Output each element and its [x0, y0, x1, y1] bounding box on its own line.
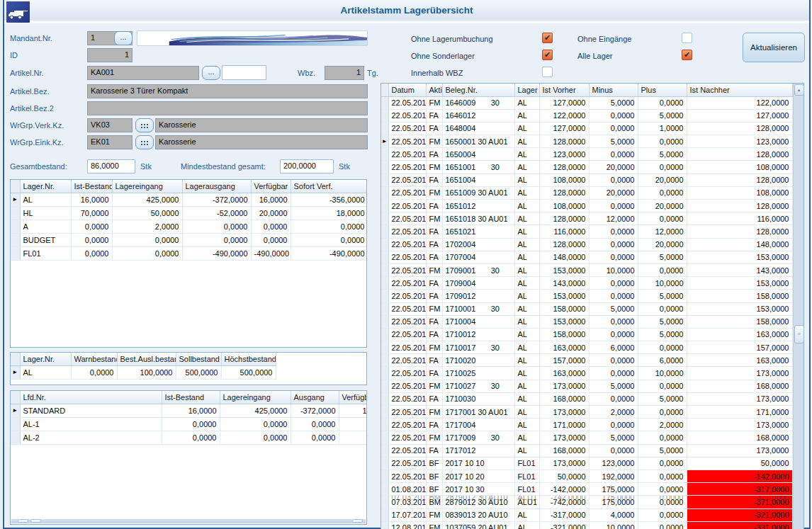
- wrgrp-verk-code-field[interactable]: VK03: [87, 118, 132, 132]
- row-selector: [381, 186, 388, 199]
- wrgrp-eink-lookup-button[interactable]: [135, 135, 154, 149]
- table-row[interactable]: 22.05.2017FM1710027 30AL173,00005,00000,…: [381, 380, 792, 392]
- table-row[interactable]: 22.05.2017FM1710017 30AL163,00006,00000,…: [381, 341, 792, 354]
- table-row[interactable]: 22.05.2017FA1648004AL127,00000,00001,000…: [381, 122, 792, 135]
- wrgrp-eink-text-field[interactable]: Karosserie: [155, 135, 368, 149]
- table-row[interactable]: 22.05.2017FM1651009 30 AU01AL128,000020,…: [381, 186, 792, 199]
- scrollbar-thumb[interactable]: =: [794, 325, 804, 343]
- app-window: Artikelstamm Lagerübersicht Mandant.Nr. …: [0, 0, 812, 529]
- wrgrp-verk-text-field[interactable]: Karosserie: [155, 118, 368, 132]
- cell: -372,0000: [182, 193, 251, 206]
- table-row[interactable]: 22.05.2017FA1646012AL122,00000,00005,000…: [381, 109, 792, 122]
- wbz-field[interactable]: 1: [325, 66, 364, 80]
- cell: 70,0000: [71, 206, 112, 220]
- cell: 5,0000: [638, 444, 687, 457]
- table-row[interactable]: ►STANDARD16,0000425,0000-372,000016,0000: [11, 404, 367, 417]
- cell: 5,0000: [638, 392, 687, 405]
- table-row[interactable]: A0,00002,00000,00000,00000,0000: [11, 220, 367, 233]
- artikelnr-field[interactable]: KA001: [87, 66, 199, 80]
- table-row[interactable]: 22.05.2017FM1651018 30 AU01AL128,000012,…: [381, 212, 792, 225]
- cell: 0,0000: [589, 200, 638, 212]
- table-row[interactable]: 22.05.2017FM1709001 30AL153,000010,00000…: [381, 263, 792, 276]
- vertical-scrollbar[interactable]: ▲ =: [793, 84, 804, 529]
- cell: 1710027 30: [442, 380, 514, 392]
- table-row[interactable]: 01.08.2017BF2017 10 30FL01-142,0000175,0…: [381, 483, 792, 496]
- row-selector: [381, 96, 388, 109]
- mandant-browse-button[interactable]: ...: [114, 31, 132, 45]
- cell: 192,0000: [589, 470, 638, 482]
- table-row[interactable]: 17.07.2018FM0839013 20 AU10AL-317,00004,…: [381, 508, 792, 521]
- row-selector: [381, 238, 388, 251]
- id-field[interactable]: 1: [87, 48, 132, 62]
- table-row[interactable]: 22.05.2017FM1651001 30AL128,000020,00000…: [381, 161, 792, 174]
- cell: 0,0000: [589, 225, 638, 238]
- bestand-limits-table: Lager.Nr.WarnbestandBest.Ausl.bestandSol…: [11, 353, 276, 380]
- table-row[interactable]: 22.05.2017FA1717012AL168,00000,00005,000…: [381, 444, 792, 457]
- cell: 1710004: [442, 315, 514, 328]
- refresh-button[interactable]: Aktualisieren: [743, 33, 805, 62]
- table-row[interactable]: 22.05.2017FM1717009 30AL173,00005,00000,…: [381, 431, 792, 444]
- cell: -317,0000: [687, 483, 792, 496]
- checkbox-ohne-lagerumbuchung[interactable]: ✔: [542, 33, 553, 43]
- cell: AL-2: [20, 431, 162, 444]
- table-row[interactable]: 22.05.2017FA1651004AL108,00000,000020,00…: [381, 174, 792, 186]
- hscroll-button[interactable]: [352, 519, 363, 523]
- table-row[interactable]: 07.03.2019BM2879012 30 AU10ALU1-742,0000…: [381, 496, 792, 508]
- checkbox-innerhalb-wbz[interactable]: [542, 67, 553, 77]
- mindestbestand-field[interactable]: 200,0000: [280, 159, 334, 174]
- cell: FA: [426, 444, 442, 457]
- wrgrp-verk-label: WrGrp.Verk.Kz.: [10, 121, 64, 130]
- artikelbez-field[interactable]: Karosserie 3 Türer Kompakt: [87, 84, 368, 98]
- table-row[interactable]: ►22.05.2017FM1650001 30 AU01AL128,00005,…: [381, 135, 792, 148]
- table-row[interactable]: 22.05.2017FA1651012AL108,00000,000020,00…: [381, 200, 792, 212]
- table-row[interactable]: BUDGET0,00000,00000,00000,00000,0000: [11, 233, 367, 246]
- checkbox-ohne-sonderlager[interactable]: ✔: [542, 50, 553, 60]
- table-row[interactable]: 22.05.2017BF2017 10 10FL01173,0000123,00…: [381, 457, 792, 470]
- row-selector: [381, 419, 388, 431]
- table-row[interactable]: 22.05.2017FA1650004AL123,00000,00005,000…: [381, 148, 792, 161]
- table-row[interactable]: 12.08.2018FM1037059 20 AU01AL-321,000010…: [381, 521, 792, 529]
- artikelnr-browse-button[interactable]: ...: [202, 66, 220, 80]
- artikelnr-search-input[interactable]: [222, 65, 266, 80]
- row-selector: [11, 220, 20, 233]
- cell: FL01: [20, 246, 71, 260]
- hscroll-button[interactable]: [18, 519, 28, 523]
- table-row[interactable]: 22.05.2017FA1651021AL116,00000,000012,00…: [381, 225, 792, 238]
- cell: 22.05.2017: [388, 315, 426, 328]
- checkbox-alle-lager[interactable]: ✔: [682, 50, 692, 60]
- cell: 0,0000: [251, 233, 291, 246]
- scroll-up-icon[interactable]: ▲: [794, 84, 804, 96]
- table-row[interactable]: 22.05.2017FA1702004AL128,00000,000020,00…: [381, 238, 792, 251]
- table-row[interactable]: ►AL0,0000100,0000500,0000500,0000: [11, 365, 276, 379]
- row-selector: [11, 431, 20, 444]
- wrgrp-verk-lookup-button[interactable]: [135, 118, 154, 132]
- table-row[interactable]: 22.05.2017FA1707004AL148,00000,00005,000…: [381, 251, 792, 263]
- cell: 163,0000: [687, 328, 792, 341]
- table-row[interactable]: 22.05.2017FA1710012AL158,00000,00005,000…: [381, 328, 792, 341]
- table-row[interactable]: 22.05.2017FA1710020AL157,00000,00006,000…: [381, 354, 792, 367]
- cell: 1709012: [442, 290, 514, 302]
- wrgrp-eink-code-field[interactable]: EK01: [87, 135, 132, 149]
- table-row[interactable]: 22.05.2017FA1709012AL153,00000,00005,000…: [381, 290, 792, 302]
- checkbox-ohne-eingaenge[interactable]: [682, 33, 692, 43]
- table-row[interactable]: FL010,00000,0000-490,0000-490,0000-490,0…: [11, 246, 367, 260]
- table-row[interactable]: ►AL16,0000425,0000-372,000016,0000-356,0…: [11, 193, 367, 206]
- table-row[interactable]: 22.05.2017FA1710030AL168,00000,00005,000…: [381, 392, 792, 405]
- table-row[interactable]: 22.05.2017FM1710001 30AL158,00005,00000,…: [381, 302, 792, 315]
- table-row[interactable]: 22.05.2017FM1646009 30AL127,00005,00000,…: [381, 96, 792, 109]
- table-row[interactable]: 22.05.2017BF2017 10 20FL0150,0000192,000…: [381, 470, 792, 482]
- table-row[interactable]: 22.05.2017FA1710004AL153,00000,00005,000…: [381, 315, 792, 328]
- cell: 1702004: [442, 238, 514, 251]
- table-row[interactable]: AL-20,00000,00000,0000: [11, 431, 367, 444]
- table-row[interactable]: AL-10,00000,00000,0000: [11, 417, 367, 431]
- cell: FL01: [514, 457, 539, 470]
- hscroll-button[interactable]: [30, 519, 41, 523]
- table-row[interactable]: 22.05.2017FM1717001 30 AU01AL173,00002,0…: [381, 406, 792, 419]
- gesamtbestand-field[interactable]: 86,0000: [87, 159, 135, 174]
- horizontal-scrollbar[interactable]: [11, 519, 366, 523]
- table-row[interactable]: 22.05.2017FA1709004AL143,00000,000010,00…: [381, 277, 792, 290]
- table-row[interactable]: HL70,000050,0000-52,000020,000018,0000: [11, 206, 367, 220]
- table-row[interactable]: 22.05.2017FA1710025AL163,00000,000010,00…: [381, 367, 792, 380]
- table-row[interactable]: 22.05.2017FA1717004AL171,00000,00002,000…: [381, 419, 792, 431]
- artikelbez2-field[interactable]: [87, 101, 368, 115]
